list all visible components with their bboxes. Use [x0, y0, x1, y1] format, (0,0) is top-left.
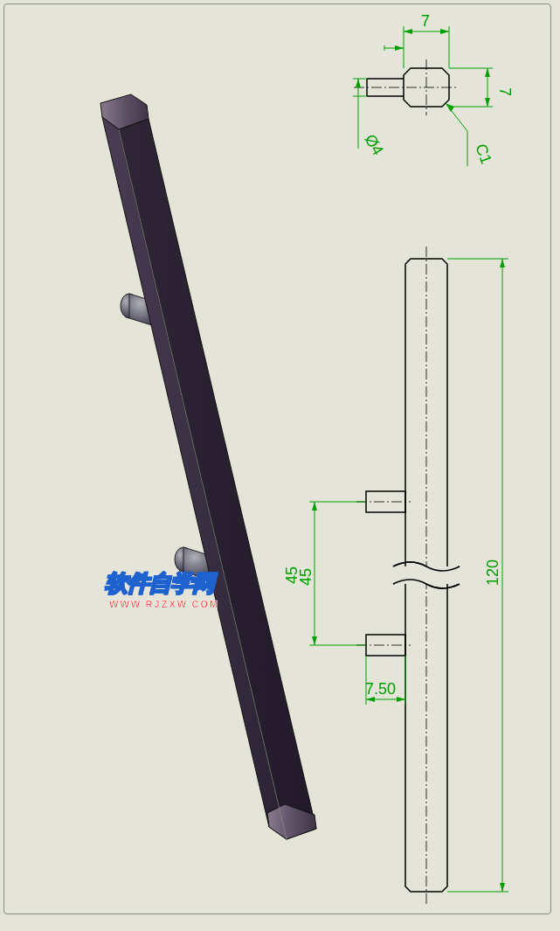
- svg-marker-43: [397, 697, 405, 702]
- svg-rect-31: [393, 566, 460, 584]
- svg-marker-48: [500, 883, 505, 892]
- dim-pin-spacing-2: 45: [297, 568, 315, 586]
- svg-marker-47: [500, 259, 505, 267]
- watermark-url: WWW.RJZXW.COM: [109, 599, 219, 609]
- break-line: [393, 562, 460, 588]
- watermark-title: 软件自学网: [105, 568, 214, 599]
- side-view: 45 45 7.50 120: [0, 0, 560, 931]
- dim-length: 120: [484, 559, 501, 586]
- svg-marker-38: [312, 636, 317, 645]
- svg-marker-37: [312, 502, 317, 511]
- dim-pin-depth: 7.50: [365, 680, 396, 698]
- drawing-page: 7 7 Ø4 C1: [0, 0, 560, 931]
